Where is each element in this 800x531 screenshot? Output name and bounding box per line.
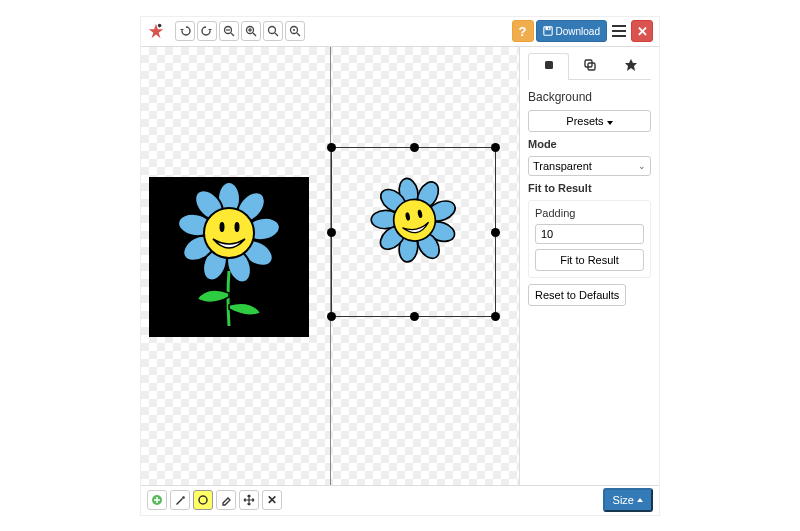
sidebar-tabs (528, 53, 651, 80)
zoom-fit-button[interactable] (263, 21, 283, 41)
fit-to-result-button[interactable]: Fit to Result (535, 249, 644, 271)
brush-tool-button[interactable] (170, 490, 190, 510)
plus-circle-icon (151, 494, 163, 506)
zoom-actual-button[interactable] (285, 21, 305, 41)
download-button[interactable]: Download (536, 20, 607, 42)
redo-button[interactable] (197, 21, 217, 41)
chevron-down-icon: ⌄ (638, 161, 646, 171)
top-toolbar: ? Download ✕ (141, 17, 659, 47)
flower-result-icon (352, 166, 477, 291)
reset-defaults-button[interactable]: Reset to Defaults (528, 284, 626, 306)
svg-line-12 (297, 33, 300, 36)
mode-value: Transparent (533, 160, 592, 172)
svg-point-27 (220, 222, 225, 232)
zoom-in-button[interactable] (241, 21, 261, 41)
caret-up-icon (637, 498, 643, 502)
fit-section-title: Fit to Result (528, 182, 651, 194)
bottom-toolbar: ✕ Size (141, 485, 659, 515)
svg-point-13 (293, 29, 295, 31)
svg-marker-44 (625, 59, 637, 71)
menu-button[interactable] (609, 20, 629, 42)
size-button[interactable]: Size (603, 488, 653, 512)
brush-icon (174, 494, 186, 506)
svg-line-10 (275, 33, 278, 36)
svg-rect-41 (545, 61, 553, 69)
square-icon (542, 58, 556, 72)
tab-favorites[interactable] (610, 53, 651, 79)
tab-single[interactable] (528, 53, 569, 80)
padding-label: Padding (535, 207, 644, 219)
save-icon (543, 26, 553, 36)
zoom-out-button[interactable] (219, 21, 239, 41)
svg-point-28 (235, 222, 240, 232)
undo-button[interactable] (175, 21, 195, 41)
background-section-title: Background (528, 90, 651, 104)
svg-point-46 (182, 496, 185, 499)
svg-line-3 (231, 33, 234, 36)
star-icon (624, 58, 638, 72)
svg-point-1 (158, 24, 162, 28)
crop-handle-ml[interactable] (327, 228, 336, 237)
crop-handle-tm[interactable] (410, 143, 419, 152)
presets-button[interactable]: Presets (528, 110, 651, 132)
download-label: Download (556, 26, 600, 37)
add-tool-button[interactable] (147, 490, 167, 510)
fit-fieldset: Padding Fit to Result (528, 200, 651, 278)
svg-rect-16 (548, 28, 549, 30)
original-image-panel (149, 177, 309, 337)
app-logo (147, 22, 165, 40)
move-icon (243, 494, 255, 506)
mode-label: Mode (528, 138, 651, 150)
marker-tool-button[interactable] (193, 490, 213, 510)
crop-selection[interactable] (331, 147, 496, 317)
sidebar-panel: Background Presets Mode Transparent ⌄ Fi… (519, 47, 659, 485)
flower-original-icon (159, 181, 299, 331)
canvas-area[interactable] (141, 47, 519, 485)
close-button[interactable]: ✕ (631, 20, 653, 42)
padding-input[interactable] (535, 224, 644, 244)
layers-icon (583, 58, 597, 72)
crop-handle-tl[interactable] (327, 143, 336, 152)
caret-down-icon (607, 121, 613, 125)
delete-tool-button[interactable]: ✕ (262, 490, 282, 510)
svg-line-6 (253, 33, 256, 36)
crop-handle-mr[interactable] (491, 228, 500, 237)
crop-handle-bl[interactable] (327, 312, 336, 321)
svg-point-26 (204, 208, 254, 258)
move-tool-button[interactable] (239, 490, 259, 510)
tab-layers[interactable] (569, 53, 610, 79)
crop-handle-tr[interactable] (491, 143, 500, 152)
x-icon: ✕ (267, 493, 277, 507)
eraser-icon (220, 494, 232, 506)
svg-point-9 (269, 27, 276, 34)
svg-point-47 (199, 496, 207, 504)
circle-icon (197, 494, 209, 506)
mode-select[interactable]: Transparent ⌄ (528, 156, 651, 176)
crop-handle-bm[interactable] (410, 312, 419, 321)
eraser-tool-button[interactable] (216, 490, 236, 510)
crop-handle-br[interactable] (491, 312, 500, 321)
help-button[interactable]: ? (512, 20, 534, 42)
